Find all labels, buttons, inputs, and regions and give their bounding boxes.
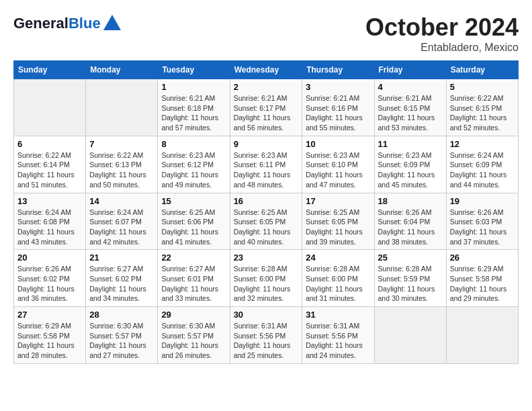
day-number: 19 xyxy=(450,196,515,206)
logo-icon xyxy=(102,13,122,34)
day-info: Sunrise: 6:22 AMSunset: 6:13 PMDaylight:… xyxy=(89,150,154,190)
week-row-5: 27Sunrise: 6:29 AMSunset: 5:58 PMDayligh… xyxy=(14,307,519,364)
day-number: 3 xyxy=(306,82,370,92)
day-number: 22 xyxy=(161,253,226,263)
day-info: Sunrise: 6:26 AMSunset: 6:03 PMDaylight:… xyxy=(450,208,515,247)
day-cell: 12Sunrise: 6:24 AMSunset: 6:09 PMDayligh… xyxy=(446,136,518,193)
day-info: Sunrise: 6:23 AMSunset: 6:09 PMDaylight:… xyxy=(378,150,443,190)
day-info: Sunrise: 6:24 AMSunset: 6:07 PMDaylight:… xyxy=(89,208,154,247)
day-cell: 27Sunrise: 6:29 AMSunset: 5:58 PMDayligh… xyxy=(14,307,86,364)
logo: GeneralBlue xyxy=(13,13,122,34)
day-cell: 31Sunrise: 6:31 AMSunset: 5:56 PMDayligh… xyxy=(302,307,374,364)
day-number: 14 xyxy=(89,196,154,206)
day-number: 2 xyxy=(234,82,299,92)
day-cell: 29Sunrise: 6:30 AMSunset: 5:57 PMDayligh… xyxy=(158,307,230,364)
day-cell xyxy=(374,307,446,364)
page-header: GeneralBlue October 2024 Entabladero, Me… xyxy=(13,13,519,54)
day-info: Sunrise: 6:27 AMSunset: 6:02 PMDaylight:… xyxy=(89,264,154,304)
day-cell: 2Sunrise: 6:21 AMSunset: 6:17 PMDaylight… xyxy=(230,79,302,136)
day-info: Sunrise: 6:21 AMSunset: 6:15 PMDaylight:… xyxy=(378,93,443,133)
day-cell: 9Sunrise: 6:23 AMSunset: 6:11 PMDaylight… xyxy=(230,136,302,193)
day-number: 1 xyxy=(161,82,226,92)
day-cell: 25Sunrise: 6:28 AMSunset: 5:59 PMDayligh… xyxy=(374,250,446,307)
day-cell: 3Sunrise: 6:21 AMSunset: 6:16 PMDaylight… xyxy=(302,79,374,136)
day-cell xyxy=(14,79,86,136)
day-cell: 30Sunrise: 6:31 AMSunset: 5:56 PMDayligh… xyxy=(230,307,302,364)
week-row-2: 6Sunrise: 6:22 AMSunset: 6:14 PMDaylight… xyxy=(14,136,519,193)
day-cell: 8Sunrise: 6:23 AMSunset: 6:12 PMDaylight… xyxy=(158,136,230,193)
day-cell: 28Sunrise: 6:30 AMSunset: 5:57 PMDayligh… xyxy=(86,307,158,364)
day-cell: 11Sunrise: 6:23 AMSunset: 6:09 PMDayligh… xyxy=(374,136,446,193)
day-cell: 13Sunrise: 6:24 AMSunset: 6:08 PMDayligh… xyxy=(14,193,86,250)
day-info: Sunrise: 6:27 AMSunset: 6:01 PMDaylight:… xyxy=(161,264,226,304)
day-number: 26 xyxy=(450,253,515,263)
day-cell: 4Sunrise: 6:21 AMSunset: 6:15 PMDaylight… xyxy=(374,79,446,136)
day-cell: 5Sunrise: 6:22 AMSunset: 6:15 PMDaylight… xyxy=(446,79,518,136)
week-row-3: 13Sunrise: 6:24 AMSunset: 6:08 PMDayligh… xyxy=(14,193,519,250)
day-cell: 20Sunrise: 6:26 AMSunset: 6:02 PMDayligh… xyxy=(14,250,86,307)
day-number: 5 xyxy=(450,82,515,92)
day-info: Sunrise: 6:21 AMSunset: 6:16 PMDaylight:… xyxy=(306,93,370,133)
day-info: Sunrise: 6:21 AMSunset: 6:18 PMDaylight:… xyxy=(161,93,226,133)
day-header-monday: Monday xyxy=(86,61,158,79)
day-number: 27 xyxy=(17,310,82,320)
svg-marker-0 xyxy=(103,15,121,30)
day-info: Sunrise: 6:23 AMSunset: 6:12 PMDaylight:… xyxy=(161,150,226,190)
day-number: 16 xyxy=(234,196,299,206)
day-info: Sunrise: 6:31 AMSunset: 5:56 PMDaylight:… xyxy=(234,321,299,361)
day-info: Sunrise: 6:25 AMSunset: 6:05 PMDaylight:… xyxy=(306,208,370,247)
day-cell: 10Sunrise: 6:23 AMSunset: 6:10 PMDayligh… xyxy=(302,136,374,193)
day-number: 11 xyxy=(378,139,443,149)
day-info: Sunrise: 6:23 AMSunset: 6:11 PMDaylight:… xyxy=(234,150,299,190)
day-number: 12 xyxy=(450,139,515,149)
day-cell: 21Sunrise: 6:27 AMSunset: 6:02 PMDayligh… xyxy=(86,250,158,307)
day-info: Sunrise: 6:24 AMSunset: 6:09 PMDaylight:… xyxy=(450,150,515,190)
day-info: Sunrise: 6:28 AMSunset: 6:00 PMDaylight:… xyxy=(306,264,370,304)
calendar-body: 1Sunrise: 6:21 AMSunset: 6:18 PMDaylight… xyxy=(14,79,519,364)
day-info: Sunrise: 6:31 AMSunset: 5:56 PMDaylight:… xyxy=(306,321,370,361)
day-number: 17 xyxy=(306,196,370,206)
day-number: 25 xyxy=(378,253,443,263)
day-number: 6 xyxy=(17,139,82,149)
day-header-wednesday: Wednesday xyxy=(230,61,302,79)
day-number: 29 xyxy=(161,310,226,320)
day-info: Sunrise: 6:22 AMSunset: 6:15 PMDaylight:… xyxy=(450,93,515,133)
day-number: 8 xyxy=(161,139,226,149)
day-info: Sunrise: 6:23 AMSunset: 6:10 PMDaylight:… xyxy=(306,150,370,190)
day-number: 10 xyxy=(306,139,370,149)
day-number: 28 xyxy=(89,310,154,320)
day-cell xyxy=(446,307,518,364)
day-cell: 24Sunrise: 6:28 AMSunset: 6:00 PMDayligh… xyxy=(302,250,374,307)
day-cell: 15Sunrise: 6:25 AMSunset: 6:06 PMDayligh… xyxy=(158,193,230,250)
day-cell: 7Sunrise: 6:22 AMSunset: 6:13 PMDaylight… xyxy=(86,136,158,193)
logo-text: GeneralBlue xyxy=(13,15,101,32)
day-number: 13 xyxy=(17,196,82,206)
day-number: 21 xyxy=(89,253,154,263)
day-info: Sunrise: 6:29 AMSunset: 5:58 PMDaylight:… xyxy=(450,264,515,304)
location-subtitle: Entabladero, Mexico xyxy=(365,42,519,54)
day-cell: 23Sunrise: 6:28 AMSunset: 6:00 PMDayligh… xyxy=(230,250,302,307)
day-info: Sunrise: 6:28 AMSunset: 5:59 PMDaylight:… xyxy=(378,264,443,304)
day-number: 4 xyxy=(378,82,443,92)
day-cell: 26Sunrise: 6:29 AMSunset: 5:58 PMDayligh… xyxy=(446,250,518,307)
day-cell: 6Sunrise: 6:22 AMSunset: 6:14 PMDaylight… xyxy=(14,136,86,193)
day-header-sunday: Sunday xyxy=(14,61,86,79)
day-info: Sunrise: 6:30 AMSunset: 5:57 PMDaylight:… xyxy=(161,321,226,361)
day-header-saturday: Saturday xyxy=(446,61,518,79)
day-info: Sunrise: 6:22 AMSunset: 6:14 PMDaylight:… xyxy=(17,150,82,190)
day-header-friday: Friday xyxy=(374,61,446,79)
day-cell: 16Sunrise: 6:25 AMSunset: 6:05 PMDayligh… xyxy=(230,193,302,250)
day-header-thursday: Thursday xyxy=(302,61,374,79)
day-info: Sunrise: 6:25 AMSunset: 6:06 PMDaylight:… xyxy=(161,208,226,247)
month-title: October 2024 xyxy=(365,13,519,42)
day-cell: 18Sunrise: 6:26 AMSunset: 6:04 PMDayligh… xyxy=(374,193,446,250)
day-number: 15 xyxy=(161,196,226,206)
day-cell: 19Sunrise: 6:26 AMSunset: 6:03 PMDayligh… xyxy=(446,193,518,250)
day-info: Sunrise: 6:26 AMSunset: 6:02 PMDaylight:… xyxy=(17,264,82,304)
day-number: 30 xyxy=(234,310,299,320)
day-number: 23 xyxy=(234,253,299,263)
day-info: Sunrise: 6:28 AMSunset: 6:00 PMDaylight:… xyxy=(234,264,299,304)
day-info: Sunrise: 6:25 AMSunset: 6:05 PMDaylight:… xyxy=(234,208,299,247)
calendar-table: SundayMondayTuesdayWednesdayThursdayFrid… xyxy=(13,60,519,364)
week-row-4: 20Sunrise: 6:26 AMSunset: 6:02 PMDayligh… xyxy=(14,250,519,307)
